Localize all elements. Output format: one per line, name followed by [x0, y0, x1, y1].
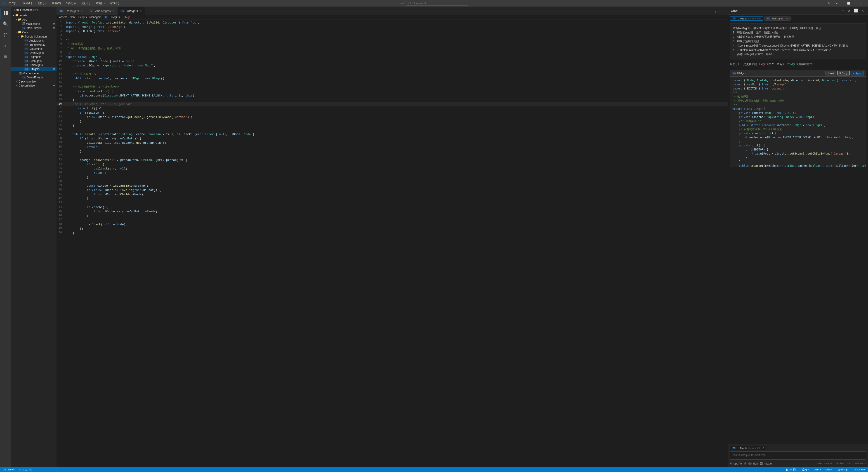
menu-edit[interactable]: 编辑(E) — [21, 1, 34, 6]
cursor-tab[interactable]: Cursor Tab — [852, 468, 866, 471]
breadcrumb-core[interactable]: Core — [70, 15, 76, 19]
line-code: director.once(Director.EVENT_AFTER_SCENE… — [66, 94, 728, 98]
code-line: 38 — [57, 180, 728, 184]
menu-run[interactable]: 运行(R) — [79, 1, 92, 6]
tree-item-gameentry[interactable]: TS GameEntry.ts — [11, 75, 57, 80]
code-content[interactable]: 1import { Node, Prefab, instantiate, dir… — [57, 20, 728, 467]
tree-item-eventmgr[interactable]: TS EventMgr.ts — [11, 51, 57, 55]
maximize-button[interactable]: ⬜ — [844, 0, 854, 7]
close-button[interactable]: ✕ — [856, 0, 866, 7]
code-line: 48 callback(null, uiNode); — [57, 222, 728, 227]
copy-button[interactable]: ⎘ Copy — [837, 71, 850, 75]
activity-explorer[interactable] — [0, 8, 11, 19]
code-line: 10 private uiRoot: Node | null = null; — [57, 59, 728, 63]
cursor-position[interactable]: 行 20, 列 1 — [785, 468, 799, 471]
line-number: 16 — [57, 85, 66, 88]
activity-extensions[interactable]: ⊞ — [0, 51, 11, 62]
line-number: 11 — [57, 63, 66, 67]
search-input[interactable] — [405, 1, 468, 6]
tree-item-assets[interactable]: ▾ 📁 assets — [11, 13, 57, 18]
tree-item-core[interactable]: ▾ 📁 Core — [11, 30, 57, 34]
tree-item-bundlemgr[interactable]: TS BundleMgr.ts — [11, 43, 57, 47]
chat-file-tab-resmgr[interactable]: TS ResMgr.ts File — [764, 17, 791, 21]
activity-search[interactable]: 🔍 — [0, 19, 11, 29]
git-branch[interactable]: ⎇ master* — [2, 468, 16, 471]
tree-item-mainentry[interactable]: TS MainEntry.ts U — [11, 26, 57, 30]
git-sync[interactable]: ⊙ 0↑ △0 ⊗0 — [18, 468, 33, 471]
apply-button[interactable]: ✓ Apply — [850, 71, 864, 75]
breadcrumb-file[interactable]: TS UIMgr.ts — [104, 15, 120, 19]
code-line: 13 /** 单例实例 */ — [57, 72, 728, 76]
line-number: 20 — [57, 102, 66, 105]
tree-item-timemgr[interactable]: TS TimeMgr.ts — [11, 63, 57, 67]
scene-icon: 🎬 — [19, 72, 22, 75]
tree-item-datamgr[interactable]: TS DataMgr.ts — [11, 47, 57, 51]
model-selector[interactable]: ⚙ gpt-4o — [730, 462, 742, 465]
breadcrumb-assets[interactable]: assets — [59, 15, 67, 19]
tree-item-mainscene[interactable]: 🎬 Main.scene U — [11, 22, 57, 26]
chat-input-tab-uimgr[interactable]: TS UIMgr.ts Current File ✕ — [730, 446, 766, 450]
code-block-header: TS UIMgr.ts ↗ Ask ⎘ Copy — [730, 70, 866, 76]
menu-view[interactable]: 查看(V) — [50, 1, 63, 6]
new-chat-button[interactable]: + — [841, 8, 846, 13]
tree-item-tsconfig[interactable]: { } tsconfig.json U — [11, 84, 57, 88]
tree-item-packagejson[interactable]: { } package.json — [11, 80, 57, 84]
code-line: 46 } — [57, 214, 728, 218]
line-number: 28 — [57, 136, 66, 140]
tab-close-icon[interactable]: ✕ — [139, 9, 142, 13]
tree-item-scripts-managers[interactable]: ▾ 📂 Scripts | Managers — [11, 34, 57, 39]
close-chat-button[interactable]: ✕ — [860, 8, 865, 13]
tab-resmgr[interactable]: TS ResMgr.ts ✕ — [57, 7, 86, 15]
minimize-button[interactable]: — — [831, 0, 842, 7]
tab-label: ResMgr.ts — [66, 9, 79, 13]
chat-input[interactable] — [730, 451, 866, 460]
breadcrumb-sep: › — [102, 15, 103, 19]
line-code: if (cache) { — [66, 205, 728, 210]
menu-help[interactable]: 帮助(H) — [108, 1, 121, 6]
tab-audiomgr[interactable]: TS AudioMgr.ts ✕ — [86, 7, 118, 15]
tab-filename: UIMgr.ts — [738, 447, 747, 449]
tab-uimgr[interactable]: TS UIMgr.ts ✕ — [118, 7, 145, 15]
ask-button[interactable]: ↗ Ask — [825, 71, 836, 75]
chat-file-tab-uimgr[interactable]: TS UIMgr.ts Current File — [730, 17, 763, 21]
tree-item-gamescene[interactable]: 🎬 Game.scene — [11, 71, 57, 75]
tree-item-app[interactable]: ▾ 📁 App — [11, 18, 57, 22]
file-encoding[interactable]: UTF-8 — [813, 468, 822, 471]
tab-close-icon[interactable]: ✕ — [762, 446, 764, 449]
split-editor-button[interactable]: ⊞ — [713, 9, 717, 15]
menu-selection[interactable]: 选择(S) — [35, 1, 48, 6]
indent-size[interactable]: 空格 4 — [801, 468, 810, 471]
menu-goto[interactable]: 转到(G) — [64, 1, 77, 6]
code-line: 4 — [57, 33, 728, 38]
language-mode[interactable]: TypeScript — [835, 468, 849, 471]
line-number: 32 — [57, 154, 66, 157]
activity-git[interactable] — [0, 29, 11, 40]
tree-item-uimgr[interactable]: TS UIMgr.ts U — [11, 67, 57, 71]
ts-icon: TS — [24, 52, 29, 55]
mention-button[interactable]: @ Mention — [744, 462, 758, 465]
refresh-chat-button[interactable]: ↺ — [846, 8, 851, 13]
code-line: 41 this.uiRoot.addChild(uiNode); — [57, 192, 728, 196]
image-button[interactable]: 🖼 Image — [760, 462, 772, 465]
chat-content[interactable]: TS UIMgr.ts Current File TS ResMgr.ts Fi… — [728, 15, 868, 444]
code-line: 3import { EDITOR } from 'cc/env'; — [57, 29, 728, 33]
tab-close-icon[interactable]: ✕ — [112, 9, 115, 13]
tree-item-resmgr[interactable]: TS ResMgr.ts — [11, 59, 57, 63]
line-endings[interactable]: CRLF — [825, 468, 833, 471]
breadcrumb-scripts[interactable]: Scripts — [79, 15, 87, 19]
tree-item-logmgr[interactable]: TS LogMgr.ts — [11, 55, 57, 59]
menu-file[interactable]: 文件(F) — [7, 1, 19, 6]
menu-terminal[interactable]: 终端(T) — [94, 1, 106, 6]
code-line: 42 } — [57, 196, 728, 201]
tree-item-audiomgr[interactable]: TS AudioMgr.ts — [11, 39, 57, 43]
expand-chat-button[interactable]: ⬜ — [852, 8, 860, 13]
user-message-text: 结合ResMgr.ts，用cc 3.8x内置 API 帮我们写一个UIMgr.t… — [733, 26, 863, 57]
line-code: // 私有构造函数，防止外部实例化 — [66, 85, 728, 89]
tab-close-icon[interactable]: ✕ — [80, 9, 83, 13]
activity-debug[interactable]: ▷ — [0, 40, 11, 51]
folder-icon: 📁 — [18, 31, 21, 34]
breadcrumb-managers[interactable]: Managers — [89, 15, 101, 19]
more-actions-button[interactable]: ··· — [718, 9, 726, 14]
ts-icon: TS — [24, 64, 29, 67]
breadcrumb-class[interactable]: UIMgr — [123, 15, 130, 19]
